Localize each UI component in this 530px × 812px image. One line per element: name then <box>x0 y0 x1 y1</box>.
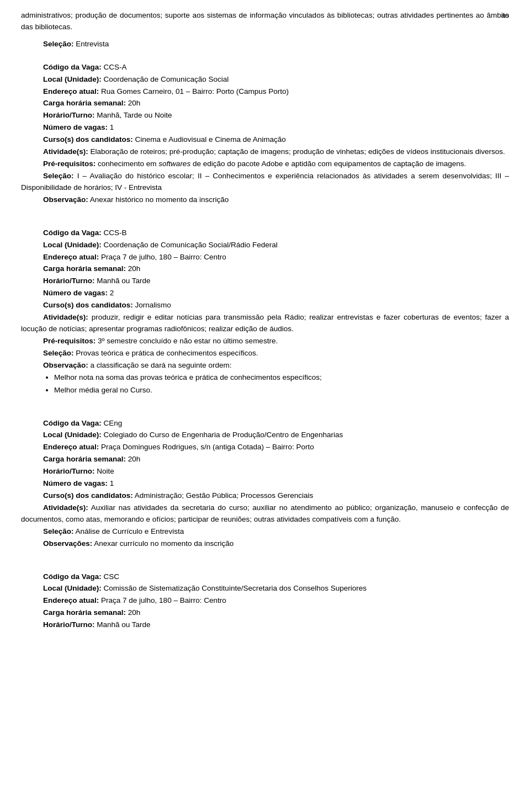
ceng-vagas-value: 1 <box>110 479 114 487</box>
ccs-b-prereq-label: Pré-requisitos: <box>43 337 96 345</box>
csc-codigo-label: Código da Vaga: <box>43 572 102 581</box>
ceng-horario-line: Horário/Turno: Noite <box>21 466 509 477</box>
ccs-a-atividade-value: Elaboração de roteiros; pré-produção; ca… <box>91 147 505 156</box>
vaga-ccs-b: Código da Vaga: CCS-B Local (Unidade): C… <box>21 227 509 396</box>
ccs-b-local-label: Local (Unidade): <box>43 241 102 249</box>
selecao-entrevista-line: Seleção: Entrevista <box>21 39 509 50</box>
vaga-ccs-a: Código da Vaga: CCS-A Local (Unidade): C… <box>21 62 509 206</box>
ccs-b-prereq-line: Pré-requisitos: 3º semestre concluído e … <box>21 336 509 347</box>
ceng-atividade-line: Atividade(s): Auxiliar nas atividades da… <box>21 502 509 526</box>
ccs-a-prereq-value: conhecimento em <box>98 160 158 168</box>
ceng-local-label: Local (Unidade): <box>43 431 102 439</box>
ceng-local-value: Colegiado do Curso de Engenharia de Prod… <box>104 431 343 439</box>
csc-local-line: Local (Unidade): Comissão de Sistematiza… <box>21 583 509 595</box>
ccs-b-obs-line: Observação: a classificação se dará na s… <box>21 360 509 371</box>
ceng-horario-label: Horário/Turno: <box>43 467 95 475</box>
ccs-a-local-line: Local (Unidade): Coordenação de Comunica… <box>21 74 509 86</box>
ceng-obs-line: Observações: Anexar currículo no momento… <box>21 538 509 550</box>
ceng-obs-value: Anexar currículo no momento da inscrição <box>94 539 234 548</box>
ccs-a-codigo-label: Código da Vaga: <box>43 63 102 71</box>
ceng-carga-value: 20h <box>128 455 141 463</box>
ccs-a-codigo-line: Código da Vaga: CCS-A <box>21 62 509 73</box>
csc-horario-line: Horário/Turno: Manhã ou Tarde <box>21 619 509 631</box>
ceng-codigo-label: Código da Vaga: <box>43 419 102 427</box>
ccs-a-selecao-line: Seleção: I – Avaliação do histórico esco… <box>21 171 509 194</box>
ccs-b-obs-value: a classificação se dará na seguinte orde… <box>91 361 232 369</box>
ccs-a-vagas-line: Número de vagas: 1 <box>21 122 509 134</box>
ccs-b-horario-line: Horário/Turno: Manhã ou Tarde <box>21 275 509 287</box>
ceng-carga-label: Carga horária semanal: <box>43 455 126 463</box>
ceng-codigo-line: Código da Vaga: CEng <box>21 418 509 429</box>
obs-list-item-a: Melhor nota na soma das provas teórica e… <box>54 372 509 384</box>
ceng-atividade-label: Atividade(s): <box>43 503 88 512</box>
csc-codigo-line: Código da Vaga: CSC <box>21 571 509 583</box>
ceng-local-line: Local (Unidade): Colegiado do Curso de E… <box>21 429 509 441</box>
csc-local-label: Local (Unidade): <box>43 584 102 592</box>
ceng-carga-line: Carga horária semanal: 20h <box>21 454 509 465</box>
ccs-a-horario-line: Horário/Turno: Manhã, Tarde ou Noite <box>21 110 509 121</box>
ccs-a-obs-label: Observação: <box>43 195 88 204</box>
ccs-b-vagas-line: Número de vagas: 2 <box>21 288 509 299</box>
ccs-a-obs-line: Observação: Anexar histórico no momento … <box>21 194 509 206</box>
ccs-a-carga-label: Carga horária semanal: <box>43 99 126 107</box>
ccs-b-carga-line: Carga horária semanal: 20h <box>21 263 509 275</box>
ccs-a-curso-value: Cinema e Audiovisual e Cinema de Animaçã… <box>135 135 286 144</box>
csc-carga-line: Carga horária semanal: 20h <box>21 607 509 619</box>
ccs-b-codigo-line: Código da Vaga: CCS-B <box>21 227 509 239</box>
csc-endereco-label: Endereço atual: <box>43 596 99 604</box>
ceng-selecao-line: Seleção: Análise de Currículo e Entrevis… <box>21 526 509 538</box>
ccs-b-codigo-label: Código da Vaga: <box>43 229 102 237</box>
csc-horario-value: Manhã ou Tarde <box>97 620 150 629</box>
ccs-a-endereco-value: Rua Gomes Carneiro, 01 – Bairro: Porto (… <box>101 87 289 95</box>
ccs-a-local-label: Local (Unidade): <box>43 75 102 83</box>
ccs-a-horario-label: Horário/Turno: <box>43 111 95 119</box>
ccs-b-carga-value: 20h <box>128 264 141 273</box>
vaga-csc: Código da Vaga: CSC Local (Unidade): Com… <box>21 571 509 631</box>
ccs-b-curso-line: Curso(s) dos candidatos: Jornalismo <box>21 300 509 311</box>
ccs-b-vagas-value: 2 <box>110 289 114 297</box>
ccs-a-prereq-italic: softwares <box>158 160 190 168</box>
ccs-b-horario-value: Manhã ou Tarde <box>97 277 150 285</box>
ccs-b-selecao-value: Provas teórica e prática de conhecimento… <box>76 349 258 357</box>
ccs-a-endereco-label: Endereço atual: <box>43 87 99 95</box>
csc-endereco-line: Endereço atual: Praça 7 de julho, 180 – … <box>21 595 509 607</box>
ceng-selecao-value: Análise de Currículo e Entrevista <box>76 527 184 535</box>
ccs-a-vagas-value: 1 <box>110 123 114 131</box>
ccs-b-curso-label: Curso(s) dos candidatos: <box>43 301 133 309</box>
ccs-b-atividade-label: Atividade(s): <box>43 313 88 321</box>
ccs-b-prereq-value: 3º semestre concluído e não estar no últ… <box>98 337 278 345</box>
ccs-a-atividade-line: Atividade(s): Elaboração de roteiros; pr… <box>21 146 509 158</box>
ceng-curso-value: Administração; Gestão Pública; Processos… <box>135 491 313 500</box>
ccs-a-codigo-value: CCS-A <box>104 63 127 71</box>
ccs-b-endereco-value: Praça 7 de julho, 180 – Bairro: Centro <box>101 253 226 261</box>
ccs-a-prereq-line: Pré-requisitos: conhecimento em software… <box>21 158 509 170</box>
ccs-b-selecao-label: Seleção: <box>43 349 74 357</box>
selecao-entrevista-label: Seleção: <box>43 40 74 48</box>
ccs-a-curso-line: Curso(s) dos candidatos: Cinema e Audiov… <box>21 134 509 146</box>
ceng-endereco-value: Praça Domingues Rodrigues, s/n (antiga C… <box>101 443 314 451</box>
ccs-a-atividade-label: Atividade(s): <box>43 147 88 156</box>
ccs-b-vagas-label: Número de vagas: <box>43 289 108 297</box>
ccs-a-prereq-label: Pré-requisitos: <box>43 160 96 168</box>
ccs-b-codigo-value: CCS-B <box>104 229 127 237</box>
ccs-a-prereq-value2: de edição do pacote Adobe e aptidão com … <box>190 160 466 168</box>
ccs-b-endereco-label: Endereço atual: <box>43 253 99 261</box>
obs-list-item-b: Melhor média geral no Curso. <box>54 385 509 396</box>
ccs-b-local-line: Local (Unidade): Coordenação de Comunica… <box>21 240 509 251</box>
ccs-b-local-value: Coordenação de Comunicação Social/Rádio … <box>104 241 278 249</box>
ccs-b-carga-label: Carga horária semanal: <box>43 264 126 273</box>
ccs-b-obs-label: Observação: <box>43 361 88 369</box>
ceng-atividade-value: Auxiliar nas atividades da secretaria do… <box>21 503 509 523</box>
ccs-a-selecao-value: I – Avaliação do histórico escolar; II –… <box>21 172 509 192</box>
ccs-a-horario-value: Manhã, Tarde ou Noite <box>97 111 172 119</box>
ccs-b-selecao-line: Seleção: Provas teórica e prática de con… <box>21 348 509 359</box>
ceng-codigo-value: CEng <box>104 419 123 427</box>
ccs-b-atividade-value: produzir, redigir e editar notícias para… <box>21 313 509 333</box>
ccs-b-curso-value: Jornalismo <box>135 301 171 309</box>
ccs-b-obs-list: Melhor nota na soma das provas teórica e… <box>21 372 509 396</box>
csc-carga-label: Carga horária semanal: <box>43 608 126 617</box>
csc-endereco-value: Praça 7 de julho, 180 – Bairro: Centro <box>101 596 226 604</box>
vaga-ceng: Código da Vaga: CEng Local (Unidade): Co… <box>21 418 509 550</box>
ceng-vagas-label: Número de vagas: <box>43 479 108 487</box>
ceng-vagas-line: Número de vagas: 1 <box>21 478 509 490</box>
